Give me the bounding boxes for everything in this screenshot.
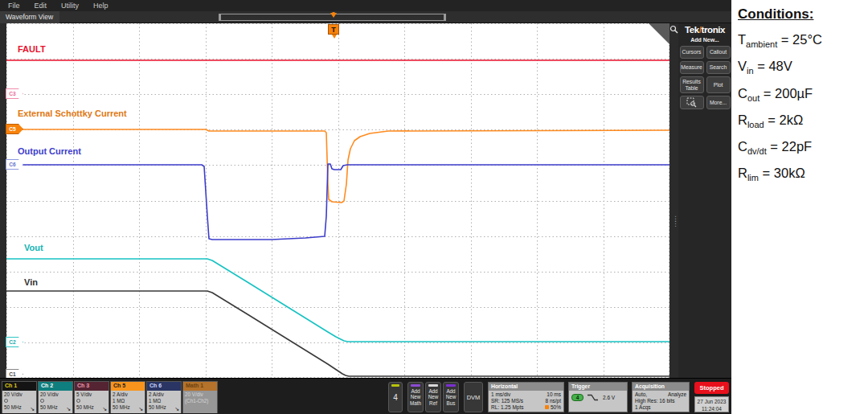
channel-impedance: 1 MΩ [149, 398, 179, 404]
trigger-flag[interactable]: T [328, 24, 339, 35]
horizontal-scale: 1 ms/div [491, 391, 510, 398]
add-new-bus-button[interactable]: Add New Bus [443, 382, 459, 412]
ref-color-strip [428, 384, 438, 387]
condition-cdvdt: Cdv/dt = 22pF [738, 136, 868, 162]
screenshot: File Edit Utility Help Waveform View FAU… [0, 0, 868, 414]
zoom-box-button[interactable] [680, 96, 704, 109]
arrow-icon: ↘ [174, 406, 179, 412]
right-sidebar: Tek/tronix Add New... Cursors Callout Me… [678, 23, 731, 378]
acquisition-panel[interactable]: Acquisition Auto, Analyze High Res: 16 b… [632, 382, 690, 412]
results-drawer-handle[interactable]: ⋮⋮ [672, 216, 677, 226]
arrow-icon: ↘ [66, 406, 71, 412]
trace-vin [6, 291, 669, 376]
waveform-graticule[interactable]: FAULT External Schottky Current Output C… [6, 23, 669, 378]
menu-utility[interactable]: Utility [61, 2, 79, 10]
dvm-button[interactable]: DVM [464, 382, 483, 412]
draw-zoom-corner-button[interactable] [649, 23, 669, 44]
channel-label: Ch 6 [147, 382, 181, 391]
sidebar-button-grid: Cursors Callout Measure Search Results T… [680, 46, 730, 109]
channel-scale: 20 V/div [4, 391, 35, 398]
add-new-math-button[interactable]: Add New Math [407, 382, 424, 412]
channel-scale: 20 V/div [185, 391, 215, 398]
channel-badge-ch3[interactable]: Ch 3 5 V/div 50 MHz ↘ [74, 381, 109, 413]
condition-t-ambient: Tambient = 25°C [738, 29, 868, 55]
add-new-math-label: Add New Math [408, 388, 423, 406]
horizontal-pan-bar[interactable] [219, 14, 446, 21]
run-state-badge[interactable]: Stopped [694, 382, 729, 394]
magnifier-icon [669, 25, 678, 34]
bottom-bar: Ch 1 20 V/div 50 MHz ↘ Ch 2 20 V/div 50 … [0, 378, 731, 414]
acquisition-title: Acquisition [633, 383, 689, 391]
sample-resolution: 8 ns/pt [545, 398, 561, 404]
channel-label: Ch 5 [111, 382, 145, 391]
channel-4-collapsed-button[interactable]: 4 [388, 382, 403, 412]
arrow-icon: ↘ [102, 406, 107, 412]
math-source: (Ch1-Ch2) [185, 398, 215, 404]
channel-badge-ch6[interactable]: Ch 6 2 A/div 1 MΩ 50 MHz ↘ [146, 381, 182, 413]
waveform-svg [6, 23, 669, 378]
condition-vin: Vin = 48V [738, 55, 868, 82]
cursors-button[interactable]: Cursors [680, 46, 704, 59]
condition-rload: Rload = 2kΩ [738, 109, 868, 136]
acquisition-count: 1 Acqs [635, 404, 651, 411]
channel-badge-ch2[interactable]: Ch 2 20 V/div 50 MHz ↘ [38, 381, 73, 413]
measure-button[interactable]: Measure [680, 61, 704, 74]
time: 11:24:04 [702, 406, 722, 412]
oscilloscope-window: File Edit Utility Help Waveform View FAU… [0, 0, 731, 414]
arrow-icon: ↘ [138, 406, 143, 412]
channel-scale: 20 V/div [40, 391, 71, 398]
dvm-label: DVM [467, 394, 481, 401]
results-table-button[interactable]: Results Table [680, 76, 704, 93]
trace-label-output-current: Output Current [18, 146, 81, 156]
tektronix-logo: Tek/tronix [680, 25, 730, 35]
datetime-display: 27 Jun 2023 11:24:04 [694, 396, 729, 412]
horizontal-window: 10 ms [547, 391, 561, 398]
menu-bar: File Edit Utility Help [0, 0, 731, 11]
channel-badge-ch5[interactable]: Ch 5 2 A/div 1 MΩ 50 MHz ↘ [110, 381, 145, 413]
acquisition-detail: High Res: 16 bits [635, 398, 675, 404]
channel-badge-math1[interactable]: Math 1 20 V/div (Ch1-Ch2) [182, 381, 218, 413]
menu-help[interactable]: Help [93, 2, 108, 10]
menu-file[interactable]: File [8, 2, 20, 10]
callout-button[interactable]: Callout [706, 46, 731, 59]
add-new-bus-label: Add New Bus [444, 388, 458, 406]
math-color-strip [411, 384, 420, 387]
condition-rlim: Rlim = 30kΩ [738, 162, 868, 189]
trigger-position-tick [330, 13, 337, 18]
trace-label-vout: Vout [24, 243, 43, 252]
plot-button[interactable]: Plot [706, 76, 731, 93]
trace-label-vin: Vin [24, 277, 38, 287]
add-new-ref-label: Add New Ref [426, 388, 440, 406]
channel-badge-ch1[interactable]: Ch 1 20 V/div 50 MHz ↘ [2, 381, 37, 413]
trigger-panel[interactable]: Trigger 4 2.6 V [568, 382, 628, 412]
channel-impedance: 1 MΩ [113, 398, 143, 404]
trace-label-schottky-current: External Schottky Current [18, 109, 127, 118]
tab-waveform-view[interactable]: Waveform View [0, 11, 59, 23]
falling-edge-icon [588, 394, 599, 401]
zoom-box-icon [686, 97, 697, 108]
probe-icon [76, 399, 80, 403]
acquisition-analyze: Analyze [668, 391, 686, 398]
condition-cout: Cout = 200µF [738, 83, 868, 109]
horizontal-position: 50% [551, 404, 561, 410]
acquisition-mode: Auto, [635, 391, 647, 398]
channel-scale: 2 A/div [149, 391, 179, 398]
trace-vout [6, 259, 669, 342]
horizontal-panel[interactable]: Horizontal 1 ms/div 10 ms SR: 125 MS/s 8… [488, 382, 564, 412]
channel-label: Ch 3 [75, 382, 108, 391]
trigger-source-badge: 4 [571, 394, 583, 401]
add-new-ref-button[interactable]: Add New Ref [425, 382, 441, 412]
channel-scale: 5 V/div [76, 391, 107, 398]
channel-4-number: 4 [393, 393, 398, 402]
trigger-title: Trigger [569, 383, 627, 391]
channel-scale: 2 A/div [113, 391, 143, 398]
horizontal-title: Horizontal [489, 383, 563, 391]
conditions-title: Conditions: [738, 6, 868, 23]
more-button[interactable]: More... [706, 96, 731, 109]
search-button[interactable]: Search [706, 61, 731, 74]
probe-icon [4, 399, 8, 403]
channel-4-color-strip [391, 384, 399, 387]
menu-edit[interactable]: Edit [35, 2, 47, 10]
conditions-panel: Conditions: Tambient = 25°C Vin = 48V Co… [736, 0, 868, 414]
add-new-label: Add New... [680, 37, 730, 43]
